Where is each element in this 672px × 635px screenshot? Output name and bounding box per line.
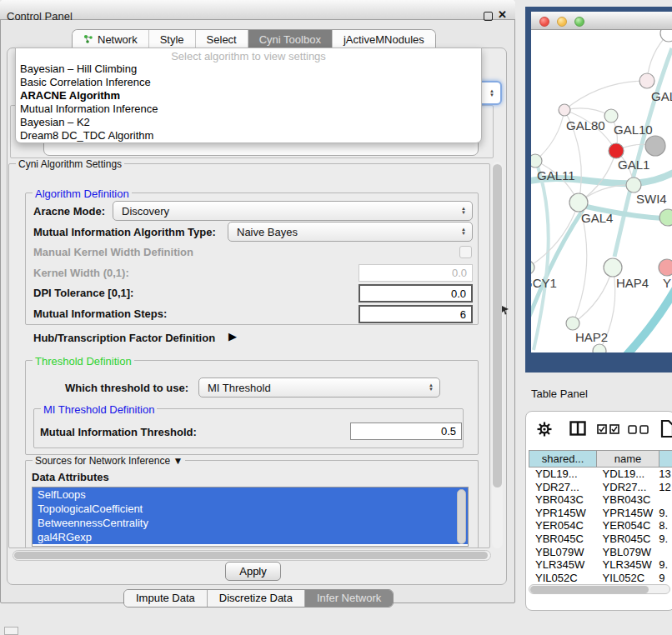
network-node[interactable] — [569, 193, 588, 212]
tab-infer-network[interactable]: Infer Network — [305, 590, 393, 607]
algorithm-menu-list: Bayesian – Hill ClimbingBasic Correlatio… — [16, 62, 481, 142]
algorithm-menu-item[interactable]: Basic Correlation Inference — [16, 76, 481, 89]
unchecked-boxes-icon[interactable] — [628, 425, 649, 434]
network-node[interactable] — [660, 30, 672, 42]
table-cell: YDL19... — [596, 468, 658, 481]
control-panel-titlebar[interactable]: Control Panel ✕ — [0, 0, 515, 20]
tab-impute-data[interactable]: Impute Data — [124, 590, 208, 607]
float-window-icon[interactable] — [484, 12, 493, 21]
tab-network[interactable]: Network — [73, 30, 149, 48]
settings-horizontal-scrollbar[interactable] — [13, 550, 491, 561]
checked-boxes-icon[interactable] — [597, 424, 620, 434]
network-node[interactable] — [639, 73, 654, 88]
tab-style[interactable]: Style — [149, 30, 196, 48]
network-edge[interactable] — [564, 81, 647, 110]
table-row[interactable]: YER054CYER054C8. — [529, 519, 672, 532]
algorithm-menu-item[interactable]: Bayesian – Hill Climbing — [16, 62, 481, 76]
aracne-mode-label: Aracne Mode: — [33, 205, 105, 218]
tab-select[interactable]: Select — [196, 30, 248, 48]
aracne-mode-combobox[interactable]: Discovery ▲▼ — [113, 201, 473, 221]
dpi-tolerance-field[interactable]: 0.0 — [359, 284, 473, 302]
split-columns-icon[interactable] — [569, 421, 586, 436]
scrollbar-thumb[interactable] — [493, 164, 502, 488]
close-traffic-light[interactable] — [539, 17, 549, 27]
network-node[interactable] — [559, 104, 570, 116]
algorithm-menu-item[interactable]: ARACNE Algorithm — [16, 89, 481, 102]
mi-steps-field[interactable]: 6 — [359, 305, 473, 323]
scrollbar-thumb[interactable] — [530, 586, 649, 593]
table-row[interactable]: YBR045CYBR045C9. — [529, 532, 672, 546]
network-node-label: Y — [663, 276, 671, 290]
data-attribute-item[interactable]: TopologicalCoefficient — [33, 502, 468, 516]
tab-label: Style — [160, 33, 184, 46]
network-node[interactable] — [604, 109, 618, 122]
manual-kernel-width-label: Manual Kernel Width Definition — [33, 246, 193, 258]
settings-vertical-scrollbar[interactable] — [492, 162, 503, 548]
data-attribute-item[interactable]: BetweennessCentrality — [33, 516, 468, 530]
network-node[interactable] — [626, 178, 641, 192]
data-attribute-item[interactable]: gal4RGexp — [33, 530, 468, 544]
table-row[interactable]: YIL052CYIL052C9 — [529, 572, 672, 582]
close-icon[interactable]: ✕ — [498, 8, 507, 21]
expand-arrow-icon[interactable]: ▶ — [228, 330, 237, 342]
column-header-name[interactable]: name — [597, 450, 659, 468]
data-attribute-item[interactable]: SelfLoops — [33, 488, 468, 502]
tab-jactivemnodules[interactable]: jActiveMNodules — [333, 30, 435, 48]
data-attributes-list[interactable]: SelfLoopsTopologicalCoefficientBetweenne… — [32, 487, 469, 547]
table-row[interactable]: YBR043CYBR043C — [529, 493, 672, 507]
network-node[interactable] — [593, 344, 606, 352]
table-row[interactable]: YDR27...YDR27...12 — [529, 481, 672, 494]
algorithm-prompt: Select algorithm to view settings — [16, 48, 481, 62]
network-window-titlebar[interactable] — [531, 12, 672, 30]
network-canvas[interactable]: GALGAL80GAL10GAL1GAL11SWI4GAL4GCY1HAP4YH… — [531, 30, 672, 352]
tab-label: Cyni Toolbox — [259, 33, 321, 46]
table-row[interactable]: YBL079WYBL079W — [529, 546, 672, 559]
table-cell: 9. — [657, 507, 672, 520]
network-node[interactable] — [566, 317, 579, 330]
algorithm-menu-item[interactable]: Bayesian – K2 — [16, 116, 481, 129]
mi-threshold-label: Mutual Information Threshold: — [40, 426, 197, 438]
scrollbar-thumb[interactable] — [14, 552, 488, 559]
table-cell: YDR27... — [529, 481, 596, 494]
which-threshold-combobox[interactable]: MI Threshold ▲▼ — [198, 378, 440, 398]
network-edge[interactable] — [573, 268, 613, 323]
table-cell: YIL052C — [596, 572, 658, 582]
table-header-row: shared... name — [529, 450, 672, 468]
zoom-traffic-light[interactable] — [574, 17, 584, 27]
tab-cyni-toolbox[interactable]: Cyni Toolbox — [248, 30, 333, 48]
algorithm-menu-item[interactable]: Dream8 DC_TDC Algorithm — [16, 129, 481, 142]
algorithm-menu-item[interactable]: Mutual Information Inference — [16, 102, 481, 116]
gear-icon[interactable] — [536, 421, 553, 438]
network-node[interactable] — [645, 136, 665, 156]
apply-button[interactable]: Apply — [225, 562, 281, 581]
network-node[interactable] — [604, 258, 622, 277]
table-row[interactable]: YPR145WYPR145W9. — [529, 507, 672, 520]
mi-algorithm-type-combobox[interactable]: Naive Bayes ▲▼ — [228, 222, 473, 242]
table-row[interactable]: YLR345WYLR345W9. — [529, 558, 672, 572]
tab-label: Network — [98, 33, 138, 46]
kernel-width-field: 0.0 — [359, 264, 473, 282]
network-edge-thick[interactable] — [614, 287, 672, 352]
column-header-cut[interactable] — [659, 450, 672, 468]
cyni-bottom-tabs: Impute Data Discretize Data Infer Networ… — [123, 589, 394, 608]
network-node[interactable] — [659, 209, 672, 226]
mi-threshold-field[interactable]: 0.5 — [350, 422, 462, 440]
table-cell: YBR043C — [596, 493, 658, 507]
panel-corner-widget[interactable] — [4, 627, 18, 635]
document-icon[interactable] — [660, 419, 672, 438]
minimize-traffic-light[interactable] — [557, 17, 567, 27]
table-row[interactable]: YDL19...YDL19...13 — [529, 468, 672, 481]
group-title: Sources for Network Inference ▼ — [33, 455, 185, 467]
manual-kernel-width-checkbox — [459, 246, 472, 258]
network-node[interactable] — [531, 154, 542, 168]
table-cell: 12 — [657, 481, 672, 494]
table-horizontal-scrollbar[interactable] — [529, 584, 670, 594]
network-node[interactable] — [609, 143, 624, 158]
list-scrollbar-thumb[interactable] — [457, 489, 466, 544]
tab-discretize-data[interactable]: Discretize Data — [208, 590, 305, 607]
table-cell: 9. — [657, 532, 672, 546]
network-edge[interactable] — [535, 110, 564, 161]
network-node[interactable] — [659, 259, 672, 276]
collapse-arrow-icon[interactable]: ▼ — [173, 455, 183, 467]
column-header-shared-name[interactable]: shared... — [529, 450, 597, 468]
